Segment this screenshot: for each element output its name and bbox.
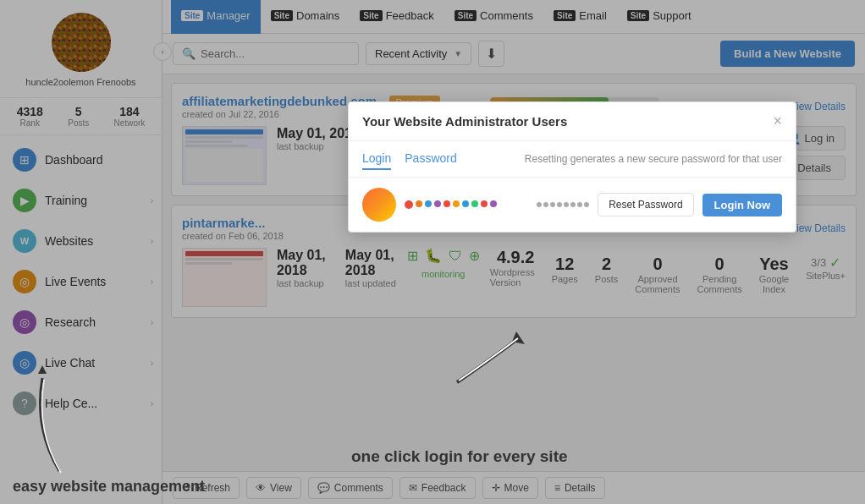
modal-tabs: Login Password Resetting generates a new… bbox=[349, 141, 796, 178]
admin-users-modal: Your Website Administrator Users × Login… bbox=[348, 101, 796, 233]
reset-password-button[interactable]: Reset Password bbox=[598, 193, 693, 216]
modal-tab-password[interactable]: Password bbox=[405, 148, 456, 170]
modal-overlay: Your Website Administrator Users × Login… bbox=[0, 0, 865, 504]
user-avatar bbox=[362, 188, 396, 222]
login-now-button[interactable]: Login Now bbox=[702, 194, 782, 216]
modal-title: Your Website Administrator Users bbox=[362, 114, 567, 129]
user-dots bbox=[405, 200, 528, 209]
close-icon[interactable]: × bbox=[773, 112, 782, 130]
modal-tab-description: Resetting generates a new secure passwor… bbox=[525, 153, 782, 165]
modal-body: Reset Password Login Now bbox=[349, 178, 796, 232]
modal-tab-login[interactable]: Login bbox=[362, 148, 391, 170]
password-dots bbox=[537, 202, 589, 207]
modal-header: Your Website Administrator Users × bbox=[349, 102, 796, 141]
